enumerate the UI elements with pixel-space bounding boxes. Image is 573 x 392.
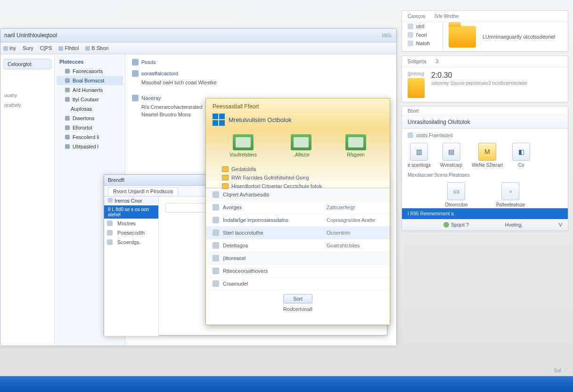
tile-2[interactable]: Rfsgeen xyxy=(345,134,366,157)
p3-icon-1[interactable]: ▤Wvnstcarp xyxy=(440,143,462,168)
p1-big-label: LUmninaeguartly otcotssdeonel xyxy=(483,34,555,40)
p3-icon-0[interactable]: ▥e scerttogs xyxy=(408,143,431,168)
nav-item-1[interactable]: Boal Bomscst xyxy=(57,76,123,85)
p1-tab-1[interactable]: iVle Wrcthe xyxy=(434,14,458,19)
popup-row-1[interactable]: Indafarlge irrporrosiessdalnsCoprsagrsid… xyxy=(206,214,390,227)
folder-icon xyxy=(408,78,425,98)
item-icon xyxy=(213,217,219,223)
tile-1[interactable]: ..Alfezor xyxy=(291,134,311,157)
p3-sec2: Mexdascser Scens Pleatoses xyxy=(402,169,568,179)
section-1-head: Posds xyxy=(132,59,390,65)
p1-row-0[interactable]: otril xyxy=(402,22,442,31)
p3-foot-btn-1[interactable]: Spqot ? xyxy=(443,222,469,228)
nav-item-2[interactable]: A/d Hunaerts xyxy=(57,85,123,95)
popup-list-header: Clqrert Avhartsesdis xyxy=(206,188,390,201)
p3-foot-btn-3[interactable]: V xyxy=(559,222,562,228)
tile-0[interactable]: Vuultretstiers xyxy=(229,134,257,157)
sub-left-header: Irerros Cnor xyxy=(104,196,158,205)
section-icon xyxy=(408,132,413,138)
nav-item-6[interactable]: Eforortol xyxy=(57,123,123,132)
p3-title: Unrasitosilating Oluttolok xyxy=(402,116,568,129)
item-icon xyxy=(213,242,219,249)
popup-link-1[interactable]: RWr Farckles Gofnthitwhtel Gorrg xyxy=(213,173,383,182)
popup-row-2[interactable]: Sterl laoccrotutheOcoentnm xyxy=(206,227,390,239)
sub-li-1[interactable]: Poesecodth xyxy=(104,228,158,237)
left-text-2: orathely xyxy=(4,103,50,108)
p3-foot-btn-2[interactable]: Hvetng. xyxy=(505,222,523,228)
resize-grip-icon[interactable]: ⋰ xyxy=(563,367,569,373)
doc-icon xyxy=(132,70,139,77)
popup-row-3[interactable]: DetettagosGoatrshtcbiles xyxy=(206,239,390,252)
tb-item-2[interactable]: C[PS xyxy=(40,45,52,51)
nav-item-3[interactable]: ttyi Coutaxr xyxy=(57,95,123,104)
main-titlebar[interactable]: naril Uninthlouleqtool IiltGi. xyxy=(0,29,396,42)
folder-icon xyxy=(65,97,70,102)
feature-popup: Peessastiall Ffeort Mretulvullsiim Octbo… xyxy=(205,98,390,325)
popup-row-0[interactable]: AvorgexZattruerfergr xyxy=(206,201,390,214)
nav-header: Plotecces xyxy=(57,57,123,66)
p3-blue-strip[interactable]: I R95 Reememment a xyxy=(402,208,568,219)
sub-li-2[interactable]: Scoerdgs. xyxy=(104,237,158,247)
corner-widget[interactable]: Sal⋰ xyxy=(554,367,569,373)
folder-icon xyxy=(65,125,70,130)
sub-tab-active[interactable]: Rvont Unjardl n Pirodscos xyxy=(108,187,178,196)
p2-tab-1[interactable]: 3 xyxy=(436,59,439,64)
tb-item-0[interactable]: iny xyxy=(3,45,16,51)
app-icon: ▤ xyxy=(442,143,460,161)
popup-list: Clqrert Avhartsesdis AvorgexZattruerferg… xyxy=(206,188,390,290)
item-icon xyxy=(213,229,219,236)
p1-tab-0[interactable]: Careços xyxy=(408,14,425,19)
tb-item-3[interactable]: Flhttol xyxy=(58,45,79,51)
tb-item-4[interactable]: B Sbon xyxy=(85,45,108,51)
p3-icon2-0[interactable]: ▭Otnorccton xyxy=(445,182,468,207)
item-icon xyxy=(213,204,219,211)
p3-icon-3[interactable]: ◧Co xyxy=(512,143,530,168)
popup-separator: (ittoreacel xyxy=(206,252,390,265)
popup-footer-text: Rodcertonall xyxy=(283,306,312,312)
nav-item-8[interactable]: Ubtsasted l xyxy=(57,142,123,151)
sub-left-pane: Irerros Cnor 8 L 8d0 se s os oon alehel … xyxy=(104,196,159,336)
folder-icon xyxy=(65,69,70,74)
popup-title: Mretulvullsiim Octbolok xyxy=(213,114,383,126)
popup-link-0[interactable]: Gedatoldls xyxy=(213,165,383,173)
nav-item-5[interactable]: Dwertons xyxy=(57,114,123,123)
p3-icon-2[interactable]: MWeNe S2terart xyxy=(472,143,503,168)
app-icon: ▫ xyxy=(501,182,519,200)
p3-icon2-1[interactable]: ▫Palteeteatoze xyxy=(496,182,525,207)
main-title: naril Uninthlouleqtool xyxy=(4,32,57,39)
app-icon xyxy=(233,134,254,150)
folder-icon xyxy=(65,135,70,139)
p3-footer: Spqot ? Hvetng. V xyxy=(402,219,568,230)
app-icon: ▭ xyxy=(447,182,465,200)
p1-row-2[interactable]: Natoh xyxy=(402,39,442,48)
popup-row-4[interactable]: Rtteoceorsathovers xyxy=(206,265,390,278)
right-panel-1: Careços iVle Wrcthe otril l'eorl Natoh L… xyxy=(401,10,568,52)
section-2-line: Masobaf owH tvch coad Wlestke xyxy=(132,79,390,86)
tb-item-1[interactable]: Sury xyxy=(23,45,33,51)
nav-item-7[interactable]: Fescolerd li xyxy=(57,132,123,142)
left-pill[interactable]: Celoorgtot xyxy=(3,59,51,69)
popup-sort-button[interactable]: Sort xyxy=(283,294,312,303)
p3-sec1: atatts Fraerlasted xyxy=(402,129,568,139)
item-icon xyxy=(408,32,413,38)
app-icon: ◧ xyxy=(512,143,530,161)
p2-tab-0[interactable]: Sottget|a xyxy=(408,59,426,64)
item-icon xyxy=(408,41,413,46)
app-icon xyxy=(291,134,311,150)
nav-item-0[interactable]: Faorecasorts xyxy=(57,66,123,76)
nav-item-4[interactable]: Auplosas xyxy=(57,104,123,114)
doc-icon xyxy=(132,95,139,101)
taskbar[interactable] xyxy=(0,376,573,392)
sub-selected-row[interactable]: 8 L 8d0 se s os oon alehel xyxy=(104,205,158,219)
app-icon: ▥ xyxy=(410,143,428,161)
popup-row-5[interactable]: Crsamudel xyxy=(206,278,390,290)
p2-number: 2:0.30 xyxy=(431,71,527,80)
windows-logo-icon xyxy=(213,114,225,126)
section-2-head: oorasffalcactord xyxy=(132,70,390,77)
sub-li-0[interactable]: Moctres xyxy=(104,219,158,228)
p1-row-1[interactable]: l'eorl xyxy=(402,31,442,39)
p2-sub: (preong xyxy=(408,71,425,76)
p3-tabs[interactable]: Bbort xyxy=(408,108,419,114)
main-toolbar: iny Sury C[PS Flhttol B Sbon xyxy=(0,42,396,54)
folder-icon xyxy=(65,116,70,121)
